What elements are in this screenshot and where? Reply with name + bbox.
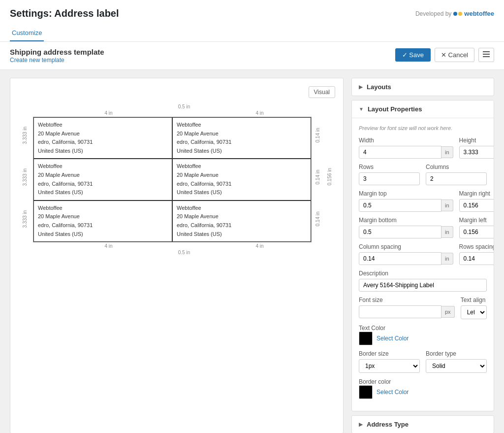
label-line1: Webtoffee <box>38 121 168 130</box>
font-size-input[interactable] <box>359 305 441 318</box>
rows-spacing-input[interactable] <box>459 252 494 265</box>
label-line3-r2c2: edro, California, 90731 <box>177 180 307 189</box>
border-type-label: Border type <box>426 350 487 357</box>
layouts-header[interactable]: ▶ Layouts <box>352 78 494 96</box>
address-type-header[interactable]: ▶ Address Type <box>352 416 494 433</box>
left-dim-2: 3.333 in <box>22 173 28 186</box>
tab-customize[interactable]: Customize <box>10 25 44 41</box>
margin-bottom-label: Margin bottom <box>359 217 453 224</box>
left-dims: 3.333 in 3.333 in 3.333 in <box>18 117 33 242</box>
create-new-template-link[interactable]: Create new template <box>10 57 64 64</box>
margin-left-label: Margin left <box>459 217 494 224</box>
label-line4: United States (US) <box>38 147 168 156</box>
rows-group: Rows <box>359 164 420 185</box>
col-spacing-dim-3: 0.14 in <box>315 217 320 227</box>
label-box-r1c2: Webtoffee 20 Maple Avenue edro, Californ… <box>172 117 311 159</box>
menu-button[interactable] <box>478 48 494 62</box>
border-color-select-link[interactable]: Select Color <box>377 389 409 396</box>
columns-input[interactable] <box>426 172 487 185</box>
border-color-row: Select Color <box>359 385 487 399</box>
left-dim-3: 3.333 in <box>22 215 28 228</box>
margin-top-unit: in <box>441 200 453 211</box>
col-spacing-input[interactable] <box>359 252 441 265</box>
margin-right-input[interactable] <box>459 199 494 212</box>
col-spacing-wrapper: in <box>359 252 453 265</box>
height-group: Height in <box>459 137 494 159</box>
top-dims-row: 4 in 4 in <box>33 110 335 116</box>
layout-properties-section: ▼ Layout Properties Preview for font siz… <box>351 100 494 411</box>
address-type-chevron: ▶ <box>359 422 363 427</box>
cancel-button[interactable]: ✕ Cancel <box>435 48 474 62</box>
rows-cols-row: Rows Columns <box>359 164 487 185</box>
description-label: Description <box>359 270 487 277</box>
layouts-section: ▶ Layouts <box>351 78 494 96</box>
margin-left-input[interactable] <box>459 226 494 238</box>
rows-input[interactable] <box>359 172 420 185</box>
columns-group: Columns <box>426 164 487 185</box>
col-spacing-dim-1: 0.14 in <box>315 133 320 143</box>
border-size-label: Border size <box>359 350 420 357</box>
margin-right-wrapper: in <box>459 199 494 212</box>
margin-top-input[interactable] <box>359 199 441 212</box>
border-size-type-row: Border size 1px 2px 3px Border type Soli… <box>359 350 487 373</box>
font-align-row: Font size px Text align Left Center <box>359 297 487 319</box>
address-type-section: ▶ Address Type <box>351 415 494 433</box>
description-input[interactable] <box>359 279 487 292</box>
label-box-r2c1: Webtoffee 20 Maple Avenue edro, Californ… <box>33 159 172 200</box>
rows-spacing-wrapper: in <box>459 252 494 265</box>
margin-bottom-wrapper: in <box>359 226 453 238</box>
template-section: Shipping address template Create new tem… <box>10 48 104 64</box>
top-margin-dim: 0.5 in <box>33 104 335 109</box>
height-input[interactable] <box>459 146 494 159</box>
rows-spacing-label: Rows spacing <box>459 243 494 250</box>
layouts-title: Layouts <box>367 83 391 91</box>
labels-grid: Webtoffee 20 Maple Avenue edro, Californ… <box>33 117 312 242</box>
col-spacing-group: Column spacing in <box>359 243 453 265</box>
width-height-row: Width in Height in <box>359 137 487 159</box>
visual-tab-button[interactable]: Visual <box>309 86 335 98</box>
grid-middle: 3.333 in 3.333 in 3.333 in Webtoffee 20 … <box>18 117 335 242</box>
width-input[interactable] <box>359 146 441 159</box>
label-line4-r3c2: United States (US) <box>177 230 307 239</box>
margin-bottom-group: Margin bottom in <box>359 217 453 238</box>
border-color-swatch[interactable] <box>359 385 373 399</box>
right-panel: ▶ Layouts ▼ Layout Properties Preview fo… <box>351 78 494 433</box>
between-col-dims: 0.14 in 0.14 in 0.14 in <box>312 117 323 242</box>
text-color-swatch[interactable] <box>359 332 373 345</box>
border-type-group: Border type Solid Dashed Dotted None <box>426 350 487 373</box>
left-dim-1: 3.333 in <box>22 132 28 144</box>
layout-properties-header[interactable]: ▼ Layout Properties <box>352 100 494 118</box>
margin-bottom-unit: in <box>441 226 453 238</box>
col-spacing-label: Column spacing <box>359 243 453 250</box>
label-line3-r1c2: edro, California, 90731 <box>177 138 307 147</box>
svg-rect-1 <box>483 54 490 55</box>
label-line2-r3c1: 20 Maple Avenue <box>38 212 168 221</box>
text-align-group: Text align Left Center Right <box>461 297 487 319</box>
border-size-group: Border size 1px 2px 3px <box>359 350 420 373</box>
label-line2-r2c1: 20 Maple Avenue <box>38 171 168 180</box>
spacing-row: Column spacing in Rows spacing in <box>359 243 487 265</box>
layout-properties-body: Preview for font size will not work here… <box>352 118 494 411</box>
margin-top-right-row: Margin top in Margin right in <box>359 190 487 212</box>
margin-bottom-input[interactable] <box>359 226 441 238</box>
font-size-group: Font size px <box>359 297 455 319</box>
brand-area: Developed by webtoffee <box>415 10 494 17</box>
bottom-dim-col2: 4 in <box>184 243 335 249</box>
height-label: Height <box>459 137 494 144</box>
text-color-select-link[interactable]: Select Color <box>377 335 409 342</box>
border-type-select[interactable]: Solid Dashed Dotted None <box>426 359 487 373</box>
label-line2: 20 Maple Avenue <box>38 130 168 138</box>
text-align-select[interactable]: Left Center Right <box>461 305 487 319</box>
width-group: Width in <box>359 137 453 159</box>
label-line1-r3c1: Webtoffee <box>38 204 168 213</box>
template-title: Shipping address template <box>10 48 104 56</box>
label-line1-r1c2: Webtoffee <box>177 121 307 130</box>
label-line3-r3c2: edro, California, 90731 <box>177 221 307 230</box>
border-color-group: Border color Select Color <box>359 378 487 399</box>
border-size-select[interactable]: 1px 2px 3px <box>359 359 420 373</box>
sub-header: Shipping address template Create new tem… <box>0 42 504 70</box>
layout-properties-chevron: ▼ <box>359 106 364 112</box>
label-line3-r3c1: edro, California, 90731 <box>38 221 168 230</box>
toolbar: ✓ Save ✕ Cancel <box>395 48 494 62</box>
save-button[interactable]: ✓ Save <box>395 48 431 62</box>
